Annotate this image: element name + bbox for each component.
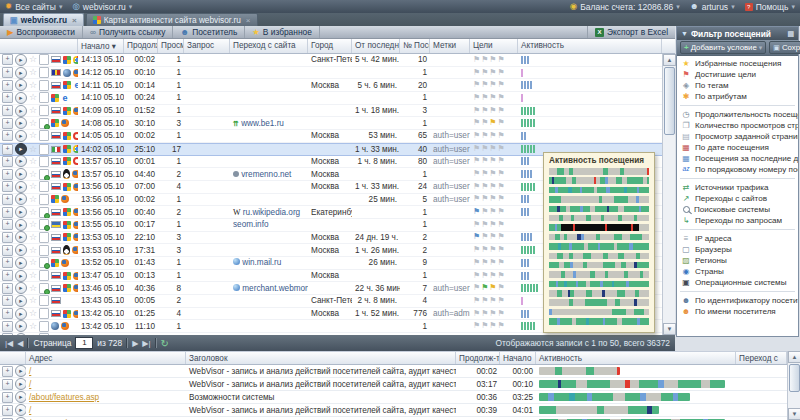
referrer-link[interactable]: ru.wikipedia.org (241, 208, 301, 217)
expand-icon[interactable]: + (2, 118, 13, 129)
page-column-header-6[interactable]: Переход с (736, 352, 787, 364)
add-condition-button[interactable]: + Добавить условие ▾ (680, 41, 766, 54)
play-page-icon[interactable]: ▸ (15, 391, 26, 403)
filter-query-referrals[interactable]: ↳Переходы по запросам (677, 215, 798, 226)
play-page-icon[interactable]: ▸ (15, 404, 26, 416)
play-visit-icon[interactable]: ▸ (15, 193, 27, 205)
expand-icon[interactable]: + (2, 219, 13, 230)
play-visit-icon[interactable]: ▸ (15, 181, 27, 193)
referrer-link[interactable]: win.mail.ru (240, 258, 281, 267)
expand-icon[interactable]: + (2, 92, 13, 103)
play-visit-icon[interactable]: ▸ (15, 257, 27, 269)
play-visit-icon[interactable]: ▸ (15, 206, 27, 218)
visit-row[interactable]: +▸☆14:05 05.1000:021Москва53 мин.65auth=… (0, 130, 662, 143)
page-column-header-1[interactable]: Адрес (26, 352, 186, 364)
address-link[interactable]: /about/features.asp (29, 393, 99, 402)
filter-visit-number[interactable]: azПо порядковому номеру посещения (677, 164, 798, 175)
address-link[interactable]: / (29, 367, 31, 376)
refresh-icon[interactable]: ↻ (161, 338, 169, 349)
referrer-link[interactable]: vremenno.net (239, 170, 291, 179)
page-column-header-2[interactable]: Заголовок (186, 352, 456, 364)
close-icon[interactable]: × (72, 16, 77, 25)
expand-icon[interactable]: + (2, 130, 13, 141)
page-first-button[interactable]: |◀ (5, 339, 13, 348)
page-column-header-3[interactable]: Продолж-ть (456, 352, 500, 364)
play-page-icon[interactable]: ▸ (15, 378, 26, 390)
filter-visit-date[interactable]: ▦По дате посещения (677, 142, 798, 153)
play-visit-icon[interactable]: ▸ (15, 308, 27, 320)
favorite-star-icon[interactable]: ☆ (29, 106, 37, 115)
play-visit-icon[interactable]: ▸ (15, 282, 27, 294)
play-visit-icon[interactable]: ▸ (15, 143, 27, 155)
filter-countries[interactable]: ◉Страны (677, 266, 798, 277)
expand-icon[interactable]: + (2, 80, 13, 91)
page-row[interactable]: +▸/WebVisor - запись и анализ действий п… (0, 378, 787, 391)
expand-icon[interactable]: + (2, 169, 13, 180)
expand-icon[interactable]: + (2, 270, 13, 281)
pin-icon[interactable]: ▤ (787, 30, 794, 38)
favorite-star-icon[interactable]: ☆ (29, 170, 37, 179)
filter-reached-goals[interactable]: ⚑Достигшие цели (677, 69, 798, 80)
play-visit-icon[interactable]: ▸ (15, 244, 27, 256)
scroll-up-icon[interactable]: ▲ (663, 54, 676, 66)
get-link-button[interactable]: ∞Получить ссылку (83, 26, 173, 38)
replay-button[interactable]: ▶Воспроизвести (0, 26, 83, 38)
column-header-11[interactable]: Активность (518, 39, 662, 53)
favorite-star-icon[interactable]: ☆ (29, 157, 37, 166)
play-visit-icon[interactable]: ▸ (15, 79, 27, 91)
visit-row[interactable]: +▸☆14:12 05.1000:1011⚑⚑⚑⚑ (0, 67, 662, 80)
expand-icon[interactable]: + (2, 67, 13, 78)
favorite-star-icon[interactable]: ☆ (29, 233, 37, 242)
filter-regions[interactable]: ▨Регионы (677, 255, 798, 266)
play-visit-icon[interactable]: ▸ (15, 231, 27, 243)
expand-icon[interactable]: + (2, 405, 13, 416)
save-filter-button[interactable]: ▣ Сохранить (769, 41, 800, 54)
column-header-6[interactable]: Город (308, 39, 352, 53)
favorite-star-icon[interactable]: ☆ (29, 182, 37, 191)
favorite-star-icon[interactable]: ☆ (29, 309, 37, 318)
close-icon[interactable]: × (246, 16, 251, 25)
expand-icon[interactable]: + (2, 283, 13, 294)
favorite-star-icon[interactable]: ☆ (29, 195, 37, 204)
address-link[interactable]: / (29, 380, 31, 389)
filter-visitor-name[interactable]: ☻По имени посетителя (677, 306, 798, 317)
expand-icon[interactable]: + (2, 207, 13, 218)
favorite-star-icon[interactable]: ☆ (29, 93, 37, 102)
favorite-star-icon[interactable]: ☆ (29, 55, 37, 64)
page-last-button[interactable]: ▶| (142, 339, 150, 348)
expand-icon[interactable]: + (2, 181, 13, 192)
column-header-5[interactable]: Переход с сайта (230, 39, 308, 53)
referrer-link[interactable]: seom.info (233, 220, 269, 229)
favorite-star-icon[interactable]: ☆ (29, 220, 37, 229)
play-visit-icon[interactable]: ▸ (15, 270, 27, 282)
filter-pageviews-count[interactable]: ❐Количество просмотров страниц (677, 120, 798, 131)
filter-site-referrals[interactable]: ↗Переходы с сайтов (677, 193, 798, 204)
play-visit-icon[interactable]: ▸ (15, 295, 27, 307)
column-header-1[interactable]: Начало ▾ (78, 39, 124, 53)
scroll-thumb[interactable] (789, 364, 800, 392)
favorite-button[interactable]: ★В избранное (245, 26, 320, 38)
filter-by-attributes[interactable]: ✱По атрибутам (677, 91, 798, 102)
expand-icon[interactable]: + (2, 295, 13, 306)
column-header-9[interactable]: Метки (430, 39, 470, 53)
play-visit-icon[interactable]: ▸ (15, 155, 27, 167)
page-column-header-4[interactable]: Начало (500, 352, 536, 364)
column-header-4[interactable]: Запрос (184, 39, 230, 53)
filter-favorite-visits[interactable]: ★Избранные посещения (677, 58, 798, 69)
pages-scrollbar[interactable]: ▲ ▼ (787, 351, 800, 420)
filter-ip-addresses[interactable]: ≡IP адреса (677, 233, 798, 244)
expand-icon[interactable]: + (2, 105, 13, 116)
play-visit-icon[interactable]: ▸ (15, 54, 27, 66)
filter-traffic-sources[interactable]: ⇄Источники трафика (677, 182, 798, 193)
filter-specific-page[interactable]: ▤Просмотр заданной страницы (677, 131, 798, 142)
play-page-icon[interactable]: ▸ (15, 365, 26, 377)
favorite-star-icon[interactable]: ☆ (29, 246, 37, 255)
expand-icon[interactable]: + (2, 245, 13, 256)
page-row[interactable]: +▸/WebVisor - запись и анализ действий п… (0, 365, 787, 378)
all-sites-menu[interactable]: ✹Все сайты▾ (5, 2, 62, 12)
visit-row[interactable]: +▸☆14:13 05.1000:021Санкт-Петербург5 ч. … (0, 54, 662, 67)
visits-scrollbar[interactable]: ▲ ▼ (662, 54, 675, 335)
favorite-star-icon[interactable]: ☆ (29, 68, 37, 77)
expand-icon[interactable]: + (2, 257, 13, 268)
site-menu[interactable]: ◎webvisor.ru▾ (72, 2, 132, 12)
